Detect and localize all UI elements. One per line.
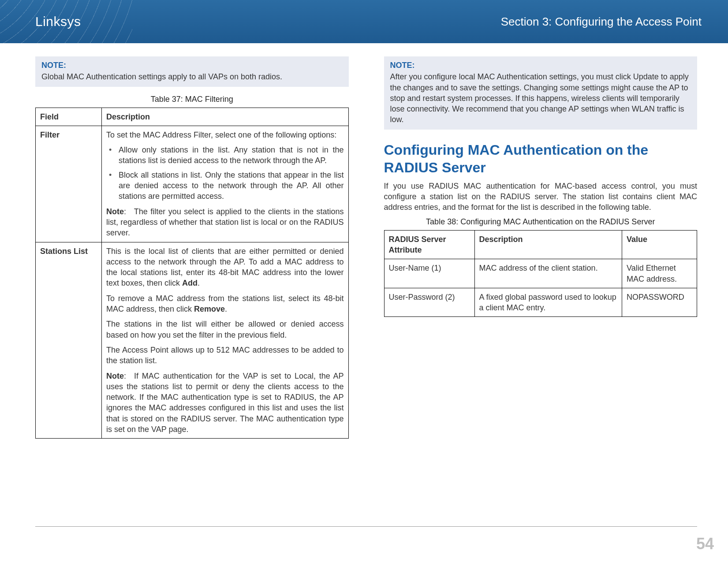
cell-desc: MAC address of the client station.: [474, 259, 622, 288]
col-description: Description: [474, 230, 622, 259]
filter-note: Note: The filter you select is applied t…: [106, 206, 344, 238]
radius-paragraph: If you use RADIUS MAC authentication for…: [384, 181, 698, 213]
cell-desc: A fixed global password used to lookup a…: [474, 288, 622, 317]
table-mac-filtering: Field Description Filter To set the MAC …: [35, 108, 349, 439]
right-column: NOTE: After you configure local MAC Auth…: [384, 56, 698, 439]
table38-caption: Table 38: Configuring MAC Authentication…: [384, 217, 698, 227]
filter-options-list: Allow only stations in the list. Any sta…: [106, 145, 344, 201]
heading-radius: Configuring MAC Authentication on the RA…: [384, 141, 698, 176]
table-row: Filter To set the MAC Address Filter, se…: [36, 126, 349, 242]
col-attr: RADIUS Server Attribute: [384, 230, 474, 259]
col-field: Field: [36, 108, 102, 126]
table-header-row: RADIUS Server Attribute Description Valu…: [384, 230, 697, 259]
col-value: Value: [622, 230, 697, 259]
stations-p4: The Access Point allows up to 512 MAC ad…: [106, 345, 344, 366]
section-title: Section 3: Configuring the Access Point: [501, 15, 702, 29]
row-stations-desc: This is the local list of clients that a…: [102, 242, 349, 439]
col-description: Description: [102, 108, 349, 126]
note-body: : If MAC authentication for the VAP is s…: [106, 372, 344, 434]
note-text: After you configure local MAC Authentica…: [390, 71, 691, 125]
footer-rule: [35, 526, 697, 527]
stations-p1: This is the local list of clients that a…: [106, 246, 344, 289]
text: This is the local list of clients that a…: [106, 247, 344, 288]
note-box-update: NOTE: After you configure local MAC Auth…: [384, 56, 698, 130]
stations-p3: The stations in the list will either be …: [106, 319, 344, 340]
note-body: : The filter you select is applied to th…: [106, 207, 344, 238]
list-item: Allow only stations in the list. Any sta…: [106, 145, 344, 166]
table-header-row: Field Description: [36, 108, 349, 126]
table-row: Stations List This is the local list of …: [36, 242, 349, 439]
note-text: Global MAC Authentication settings apply…: [41, 71, 343, 82]
note-box-global-mac: NOTE: Global MAC Authentication settings…: [35, 56, 349, 87]
brand-text: Linksys: [35, 14, 81, 29]
page-header: Linksys Section 3: Configuring the Acces…: [0, 0, 728, 43]
table-radius: RADIUS Server Attribute Description Valu…: [384, 230, 698, 317]
cell-value: NOPASSWORD: [622, 288, 697, 317]
note-prefix: Note: [106, 372, 124, 380]
stations-p2: To remove a MAC address from the station…: [106, 293, 344, 315]
cell-attr: User-Name (1): [384, 259, 474, 288]
cell-attr: User-Password (2): [384, 288, 474, 317]
left-column: NOTE: Global MAC Authentication settings…: [35, 56, 349, 439]
row-stations-label: Stations List: [36, 242, 102, 439]
table-row: User-Name (1) MAC address of the client …: [384, 259, 697, 288]
note-prefix: Note: [106, 207, 124, 216]
add-bold: Add: [182, 279, 198, 287]
two-column-layout: NOTE: Global MAC Authentication settings…: [35, 56, 697, 439]
row-filter-desc: To set the MAC Address Filter, select on…: [102, 126, 349, 242]
stations-note: Note: If MAC authentication for the VAP …: [106, 371, 344, 435]
text: .: [225, 305, 227, 313]
row-filter-label: Filter: [36, 126, 102, 242]
text: .: [198, 279, 200, 287]
list-item: Block all stations in list. Only the sta…: [106, 170, 344, 202]
page-number: 54: [696, 535, 714, 553]
table37-caption: Table 37: MAC Filtering: [35, 95, 349, 104]
note-label: NOTE:: [390, 60, 691, 71]
note-label: NOTE:: [41, 60, 343, 71]
filter-intro: To set the MAC Address Filter, select on…: [106, 130, 344, 140]
page-body: NOTE: Global MAC Authentication settings…: [0, 43, 728, 562]
table-row: User-Password (2) A fixed global passwor…: [384, 288, 697, 317]
cell-value: Valid Ethernet MAC address.: [622, 259, 697, 288]
remove-bold: Remove: [194, 305, 225, 313]
